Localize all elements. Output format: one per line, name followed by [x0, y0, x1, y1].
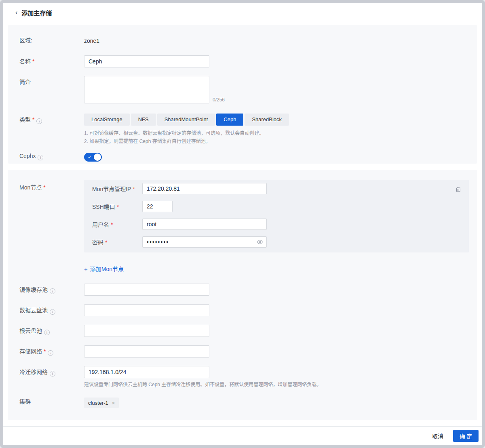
required-mark: * [105, 239, 107, 246]
mon-ip-row: Mon节点管理IP* [92, 183, 461, 194]
password-label: 密码* [92, 238, 142, 246]
root-volume-pool-label: 根云盘池i [19, 325, 84, 335]
delete-mon-node-button[interactable] [454, 185, 462, 194]
type-option-sharedmountpoint[interactable]: SharedMountPoint [157, 114, 215, 126]
cluster-tag-label: cluster-1 [88, 400, 108, 406]
migration-network-row: 冷迁移网络i 建议设置专门网络供云主机跨 Ceph 主存储冷迁移使用。如不设置，… [19, 366, 469, 388]
description-label: 简介 [19, 76, 84, 86]
cancel-button[interactable]: 取消 [432, 432, 443, 440]
type-row: 类型*i LocalStorage NFS SharedMountPoint C… [19, 114, 469, 145]
required-mark: * [111, 221, 113, 228]
storage-network-label: 存储网络*i [19, 345, 84, 356]
password-input[interactable] [142, 236, 267, 248]
name-input[interactable] [84, 55, 209, 67]
image-cache-pool-label: 镜像缓存池i [19, 284, 84, 294]
type-option-sharedblock[interactable]: SharedBlock [245, 114, 289, 126]
required-mark: * [133, 186, 135, 192]
info-icon[interactable]: i [44, 330, 50, 335]
root-volume-pool-row: 根云盘池i [19, 325, 469, 337]
plus-icon: + [84, 265, 88, 272]
mon-ip-label: Mon节点管理IP* [92, 185, 142, 193]
zone-value: zone1 [84, 36, 99, 45]
add-mon-row: + 添加Mon节点 [19, 259, 469, 284]
cluster-row: 集群 cluster-1 × [19, 398, 469, 408]
remove-cluster-icon[interactable]: × [112, 400, 115, 406]
required-mark: * [44, 348, 46, 355]
mon-node-row: Mon节点* Mon节点管理IP* SSH端口* 用户名* [19, 180, 469, 252]
data-volume-pool-label: 数据云盘池i [19, 304, 84, 315]
required-mark: * [32, 116, 34, 123]
add-mon-node-label: 添加Mon节点 [90, 265, 124, 273]
footer-action-bar: 取消 确定 [3, 426, 482, 445]
name-row: 名称* [19, 55, 469, 67]
add-mon-node-button[interactable]: + 添加Mon节点 [84, 265, 124, 273]
type-selector: LocalStorage NFS SharedMountPoint Ceph S… [84, 114, 469, 126]
ssh-port-label: SSH端口* [92, 202, 142, 210]
migration-network-label: 冷迁移网络i [19, 366, 84, 376]
description-textarea[interactable] [84, 76, 209, 103]
description-row: 简介 0/256 [19, 76, 469, 103]
root-volume-pool-input[interactable] [84, 325, 209, 337]
storage-network-row: 存储网络*i [19, 345, 469, 358]
zone-label: 区域: [19, 36, 84, 44]
info-icon[interactable]: i [48, 350, 53, 356]
page-title: 添加主存储 [21, 8, 52, 17]
data-volume-pool-input[interactable] [84, 304, 209, 316]
type-option-ceph[interactable]: Ceph [216, 114, 243, 126]
info-icon[interactable]: i [50, 288, 55, 294]
type-option-localstorage[interactable]: LocalStorage [84, 114, 130, 126]
type-hints: 1. 可对镜像缓存、根云盘、数据云盘指定特定的存储池，可选项，默认会自动创建。 … [84, 129, 469, 145]
cluster-label: 集群 [19, 398, 84, 405]
data-volume-pool-row: 数据云盘池i [19, 304, 469, 316]
mon-node-panel: Mon节点管理IP* SSH端口* 用户名* 密码* [84, 180, 469, 252]
cephx-row: Cephxi ✓ [19, 152, 469, 163]
type-hint-2: 2. 如果指定，则需提前在 Ceph 存储集群自行创建存储池。 [84, 137, 469, 145]
cephx-toggle[interactable]: ✓ [84, 153, 102, 162]
migration-network-input[interactable] [84, 366, 209, 378]
mon-ip-input[interactable] [142, 183, 267, 194]
info-icon[interactable]: i [50, 309, 55, 315]
username-row: 用户名* [92, 219, 461, 230]
info-icon[interactable]: i [36, 118, 42, 124]
back-button[interactable]: ‹ [15, 9, 17, 16]
info-icon[interactable]: i [50, 371, 55, 376]
type-option-nfs[interactable]: NFS [131, 114, 156, 126]
ssh-port-input[interactable] [142, 201, 173, 212]
username-input[interactable] [142, 219, 267, 230]
required-mark: * [32, 58, 34, 65]
confirm-button[interactable]: 确定 [453, 430, 479, 442]
required-mark: * [117, 204, 119, 210]
add-primary-storage-page: ‹ 添加主存储 区域: zone1 名称* [0, 0, 485, 448]
image-cache-pool-row: 镜像缓存池i [19, 284, 469, 296]
ssh-port-row: SSH端口* [92, 201, 461, 212]
cluster-tag: cluster-1 × [84, 398, 119, 408]
form-content: 区域: zone1 名称* 简介 0 [3, 22, 482, 426]
zone-row: 区域: zone1 [19, 36, 469, 45]
mon-node-label: Mon节点* [19, 180, 84, 191]
info-icon[interactable]: i [38, 155, 43, 160]
cephx-label: Cephxi [19, 152, 84, 160]
toggle-knob [94, 154, 101, 161]
password-row: 密码* [92, 236, 461, 248]
name-label: 名称* [19, 55, 84, 65]
type-label: 类型*i [19, 114, 84, 124]
type-hint-1: 1. 可对镜像缓存、根云盘、数据云盘指定特定的存储池，可选项，默认会自动创建。 [84, 129, 469, 137]
username-label: 用户名* [92, 220, 142, 228]
eye-slash-icon[interactable] [257, 239, 263, 245]
basic-info-panel: 区域: zone1 名称* 简介 0 [8, 25, 477, 164]
migration-network-hint: 建议设置专门网络供云主机跨 Ceph 主存储冷迁移使用。如不设置，将默认使用管理… [84, 381, 469, 388]
page-header: ‹ 添加主存储 [3, 3, 482, 22]
mon-and-pools-panel: Mon节点* Mon节点管理IP* SSH端口* 用户名* [8, 170, 477, 420]
required-mark: * [43, 184, 45, 191]
char-counter: 0/256 [213, 97, 225, 103]
storage-network-input[interactable] [84, 345, 209, 358]
image-cache-pool-input[interactable] [84, 284, 209, 296]
back-chevron-icon: ‹ [15, 9, 17, 16]
check-icon: ✓ [88, 154, 92, 160]
